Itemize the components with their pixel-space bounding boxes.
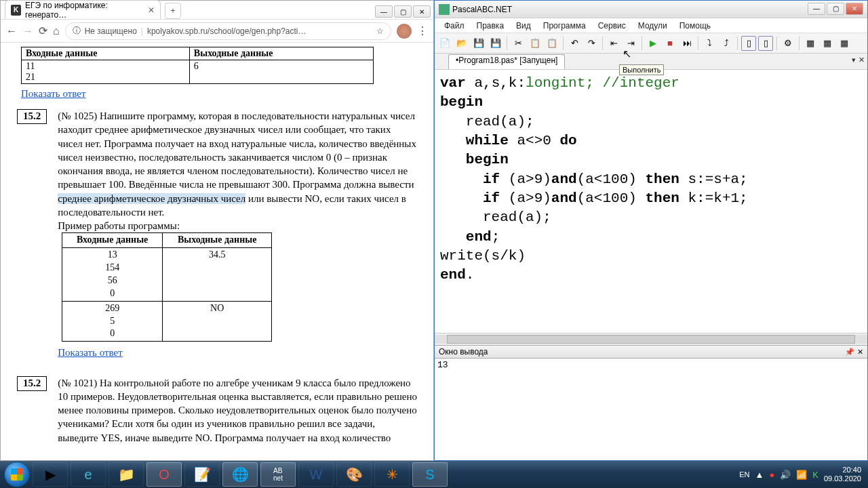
cut-icon[interactable]: ✂: [511, 36, 526, 51]
compile-icon[interactable]: ⚙: [781, 36, 795, 51]
close-button[interactable]: ✕: [413, 5, 431, 18]
task-1025: 15.2 (№ 1025) Напишите программу, котора…: [17, 109, 417, 369]
browser-window-controls: — ▢ ✕: [375, 5, 433, 19]
forward-button[interactable]: →: [22, 25, 33, 37]
indent-left-icon[interactable]: ⇤: [606, 36, 621, 51]
run-tooltip: Выполнить: [619, 64, 664, 75]
tab-close-icon[interactable]: ✕: [859, 56, 865, 64]
favicon: K: [11, 5, 21, 16]
start-button[interactable]: [4, 462, 30, 487]
maximize-button[interactable]: ▢: [827, 3, 844, 15]
prev-io-table: Входные данныеВыходные данные 11216: [21, 47, 374, 84]
ide-title: PascalABC.NET: [452, 5, 512, 14]
copy-icon[interactable]: 📋: [528, 36, 542, 51]
taskbar-opera[interactable]: O: [146, 462, 182, 487]
taskbar-word[interactable]: W: [298, 462, 334, 487]
undo-icon[interactable]: ↶: [567, 36, 582, 51]
layout1-icon[interactable]: ▯: [741, 36, 756, 51]
taskbar-media-player[interactable]: ▶: [33, 462, 68, 487]
save-all-icon[interactable]: 💾: [488, 36, 503, 51]
minimize-button[interactable]: —: [808, 3, 825, 15]
menu-program[interactable]: Программа: [538, 20, 591, 32]
address-bar: ← → ⟳ ⌂ ⓘ Не защищено | kpolyakov.spb.ru…: [1, 20, 433, 43]
menu-modules[interactable]: Модули: [633, 20, 673, 32]
toolbar: 📄 📂 💾 💾 ✂ 📋 📋 ↶ ↷ ⇤ ⇥ ▶ ■ ⏭ ⤵ ⤴ ▯ ▯ ⚙: [435, 33, 867, 54]
editor-tab[interactable]: •Program18.pas* [Запущен]: [448, 54, 565, 69]
db-icon[interactable]: ▦: [820, 36, 835, 51]
star-icon[interactable]: ☆: [376, 26, 384, 36]
tray-volume-icon[interactable]: 🔊: [780, 470, 791, 480]
redo-icon[interactable]: ↷: [584, 36, 599, 51]
taskbar-app[interactable]: ✳: [374, 462, 410, 487]
taskbar-notepad[interactable]: 📝: [184, 462, 220, 487]
pin-icon[interactable]: 📌: [845, 348, 854, 357]
taskbar-chrome[interactable]: 🌐: [222, 462, 258, 487]
reload-button[interactable]: ⟳: [39, 24, 47, 37]
menu-file[interactable]: Файл: [439, 20, 470, 32]
close-button[interactable]: ✕: [846, 3, 863, 15]
menu-help[interactable]: Помощь: [674, 20, 716, 32]
minimize-button[interactable]: —: [375, 5, 393, 18]
url-field[interactable]: ⓘ Не защищено | kpolyakov.spb.ru/school/…: [65, 22, 391, 40]
layout2-icon[interactable]: ▯: [758, 36, 773, 51]
browser-window: K ЕГЭ по информатике: генерато… ✕ + — ▢ …: [0, 0, 434, 461]
step-over-icon[interactable]: ⤴: [719, 36, 734, 51]
output-panel-title: Окно вывода 📌✕: [435, 345, 867, 359]
taskbar-pascalabc[interactable]: ABnet: [260, 462, 296, 487]
maximize-button[interactable]: ▢: [394, 5, 412, 18]
tab-close-icon[interactable]: ✕: [148, 5, 155, 15]
menu-bar: Файл Правка Вид Программа Сервис Модули …: [435, 18, 867, 33]
menu-service[interactable]: Сервис: [593, 20, 631, 32]
output-panel[interactable]: 13: [435, 359, 867, 460]
back-button[interactable]: ←: [6, 25, 17, 37]
new-tab-button[interactable]: +: [165, 3, 181, 19]
indent-right-icon[interactable]: ⇥: [623, 36, 638, 51]
taskbar-skype[interactable]: S: [412, 462, 448, 487]
browser-tab[interactable]: K ЕГЭ по информатике: генерато… ✕: [5, 0, 161, 19]
home-button[interactable]: ⌂: [53, 25, 60, 37]
ide-titlebar: PascalABC.NET — ▢ ✕: [435, 1, 867, 18]
tray-record-icon[interactable]: ●: [769, 470, 774, 480]
taskbar-explorer[interactable]: 📁: [108, 462, 144, 487]
menu-view[interactable]: Вид: [511, 20, 536, 32]
step-into-icon[interactable]: ⤵: [702, 36, 717, 51]
code-editor[interactable]: var a,s,k:longint; //integer begin read(…: [435, 70, 867, 333]
task-text: (№ 1021) На контрольной работе по алгебр…: [58, 376, 417, 445]
menu-icon[interactable]: ⋮: [417, 24, 428, 37]
app-icon: [439, 4, 450, 15]
taskbar-ie[interactable]: e: [71, 462, 106, 487]
browser-titlebar: K ЕГЭ по информатике: генерато… ✕ + — ▢ …: [1, 1, 433, 20]
open-file-icon[interactable]: 📂: [454, 36, 469, 51]
new-file-icon[interactable]: 📄: [437, 36, 452, 51]
profile-avatar[interactable]: [397, 24, 412, 39]
stop-icon[interactable]: ■: [663, 36, 677, 51]
horizontal-scrollbar[interactable]: [435, 333, 867, 345]
module-icon[interactable]: ▦: [837, 36, 852, 51]
show-answer-link[interactable]: Показать ответ: [58, 346, 122, 359]
td-output: 6: [189, 60, 373, 84]
insecure-icon: ⓘ: [73, 25, 81, 37]
tray-av-icon[interactable]: K: [812, 470, 818, 480]
th-output: Выходные данные: [189, 47, 373, 60]
system-tray: EN ▲ ● 🔊 📶 K 20:40 09.03.2020: [739, 466, 864, 483]
step-icon[interactable]: ⏭: [679, 36, 694, 51]
paste-icon[interactable]: 📋: [545, 36, 559, 51]
taskbar-paint[interactable]: 🎨: [336, 462, 372, 487]
tray-flag-icon[interactable]: ▲: [755, 470, 764, 480]
menu-edit[interactable]: Правка: [471, 20, 510, 32]
example-io-table: Входные данныеВыходные данные 1315456034…: [62, 232, 272, 342]
lang-indicator[interactable]: EN: [739, 470, 749, 479]
taskbar: ▶ e 📁 O 📝 🌐 ABnet W 🎨 ✳ S EN ▲ ● 🔊 📶 K 2…: [0, 461, 868, 488]
clock[interactable]: 20:40 09.03.2020: [824, 466, 861, 483]
tab-dropdown-icon[interactable]: ▾: [852, 56, 856, 64]
run-icon[interactable]: ▶: [646, 36, 660, 51]
task-number: 15.2: [17, 376, 47, 391]
panel-close-icon[interactable]: ✕: [857, 348, 863, 357]
ide-window-controls: — ▢ ✕: [808, 3, 866, 16]
task-text: (№ 1025) Напишите программу, которая в п…: [58, 109, 417, 369]
td-input: 1121: [22, 60, 190, 84]
tray-network-icon[interactable]: 📶: [796, 470, 807, 480]
show-answer-link[interactable]: Показать ответ: [21, 88, 85, 100]
save-icon[interactable]: 💾: [471, 36, 486, 51]
form-icon[interactable]: ▦: [803, 36, 818, 51]
